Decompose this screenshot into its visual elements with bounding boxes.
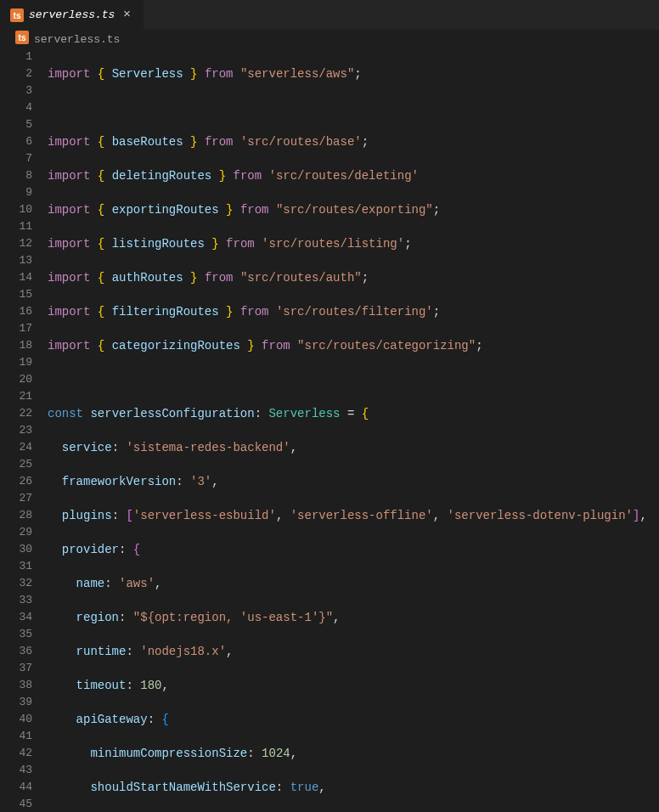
- line-number: 28: [0, 507, 32, 524]
- tab-label: serverless.ts: [29, 8, 115, 21]
- line-number: 29: [0, 524, 32, 541]
- line-number: 5: [0, 116, 32, 133]
- line-number: 16: [0, 303, 32, 320]
- line-number: 24: [0, 439, 32, 456]
- line-number: 41: [0, 728, 32, 745]
- line-number: 10: [0, 201, 32, 218]
- breadcrumb[interactable]: ts serverless.ts: [0, 30, 659, 48]
- line-number: 25: [0, 456, 32, 473]
- line-number: 3: [0, 82, 32, 99]
- line-number: 9: [0, 184, 32, 201]
- line-number: 21: [0, 388, 32, 405]
- svg-text:ts: ts: [14, 11, 21, 20]
- close-icon[interactable]: ×: [120, 8, 133, 22]
- line-number: 13: [0, 252, 32, 269]
- line-number: 33: [0, 592, 32, 609]
- line-number: 27: [0, 490, 32, 507]
- line-number: 23: [0, 422, 32, 439]
- line-gutter: 1234567891011121314151617181920212223242…: [0, 48, 48, 812]
- line-number: 19: [0, 354, 32, 371]
- line-number: 40: [0, 711, 32, 728]
- tab-active[interactable]: ts serverless.ts ×: [0, 0, 144, 30]
- line-number: 32: [0, 575, 32, 592]
- line-number: 42: [0, 745, 32, 762]
- line-number: 18: [0, 337, 32, 354]
- line-number: 37: [0, 660, 32, 677]
- editor: 1234567891011121314151617181920212223242…: [0, 48, 659, 812]
- line-number: 38: [0, 677, 32, 694]
- line-number: 4: [0, 99, 32, 116]
- line-number: 31: [0, 558, 32, 575]
- tab-bar: ts serverless.ts ×: [0, 0, 659, 30]
- line-number: 7: [0, 150, 32, 167]
- line-number: 39: [0, 694, 32, 711]
- line-number: 20: [0, 371, 32, 388]
- line-number: 34: [0, 609, 32, 626]
- line-number: 17: [0, 320, 32, 337]
- line-number: 12: [0, 235, 32, 252]
- line-number: 11: [0, 218, 32, 235]
- line-number: 30: [0, 541, 32, 558]
- line-number: 8: [0, 167, 32, 184]
- line-number: 45: [0, 796, 32, 812]
- typescript-icon: ts: [10, 8, 24, 22]
- code-area[interactable]: import { Serverless } from "serverless/a…: [48, 48, 659, 812]
- line-number: 15: [0, 286, 32, 303]
- line-number: 36: [0, 643, 32, 660]
- line-number: 22: [0, 405, 32, 422]
- breadcrumb-label: serverless.ts: [34, 33, 120, 46]
- svg-text:ts: ts: [19, 33, 26, 42]
- typescript-icon: ts: [15, 31, 29, 48]
- line-number: 43: [0, 762, 32, 779]
- line-number: 6: [0, 133, 32, 150]
- line-number: 2: [0, 65, 32, 82]
- line-number: 1: [0, 48, 32, 65]
- line-number: 26: [0, 473, 32, 490]
- line-number: 14: [0, 269, 32, 286]
- line-number: 44: [0, 779, 32, 796]
- line-number: 35: [0, 626, 32, 643]
